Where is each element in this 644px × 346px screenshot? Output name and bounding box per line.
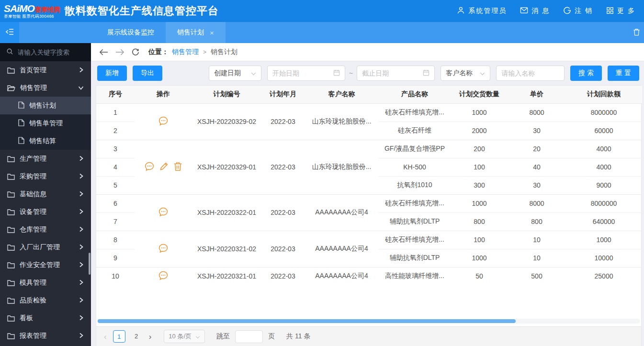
sidebar-item-看板[interactable]: 看板: [0, 309, 91, 327]
collapse-sidebar-button[interactable]: [0, 22, 19, 43]
cell-index: 6: [96, 194, 135, 212]
refresh-icon[interactable]: [132, 48, 139, 56]
close-all-tabs-button[interactable]: [633, 22, 640, 43]
date-type-select[interactable]: 创建日期: [209, 66, 261, 81]
reset-button[interactable]: 重 置: [608, 66, 639, 81]
sidebar-item-设备管理[interactable]: 设备管理: [0, 203, 91, 221]
comment-icon[interactable]: [158, 116, 169, 128]
comment-icon[interactable]: [158, 270, 169, 282]
folder-icon: [7, 156, 15, 162]
folder-icon: [7, 173, 15, 180]
next-page-button[interactable]: ›: [148, 333, 153, 341]
logo-text: SAiMO: [4, 3, 34, 13]
cell-customer: 山东玲珑轮胎股份...: [305, 103, 379, 140]
back-icon[interactable]: [99, 49, 108, 56]
cell-index: 1: [96, 103, 135, 122]
sidebar-item-仓库管理[interactable]: 仓库管理: [0, 221, 91, 238]
cell-qty: 1000: [451, 103, 508, 122]
cell-product: 辅助抗氧剂DLTP: [379, 249, 451, 267]
sidebar-item-采购管理[interactable]: 采购管理: [0, 167, 91, 185]
cell-customer: AAAAAAAA公司4: [305, 231, 379, 267]
logo-subtext: 赛摩智能 股票代码300466: [4, 14, 60, 19]
end-date-field[interactable]: [357, 66, 435, 81]
search-icon: [6, 48, 13, 56]
messages-button[interactable]: 消 息: [520, 7, 550, 15]
cell-price: 800: [508, 212, 565, 231]
sidebar-search-input[interactable]: [18, 49, 80, 56]
table-row[interactable]: 6XSJH-20220322-012022-03AAAAAAAA公司4硅灰石纤维…: [96, 194, 642, 212]
folder-icon: [7, 226, 15, 233]
sidebar-search[interactable]: [0, 43, 91, 61]
mail-icon: [520, 7, 528, 15]
breadcrumb-prefix: 位置：: [148, 48, 169, 56]
sidebar-item-生产管理[interactable]: 生产管理: [0, 150, 91, 167]
delete-icon[interactable]: [173, 161, 182, 173]
tab-展示线设备监控[interactable]: 展示线设备监控: [96, 22, 166, 43]
start-date-input[interactable]: [272, 69, 329, 77]
cell-qty: 1000: [451, 194, 508, 212]
cell-plan-no: XSJH-20220321-01: [192, 267, 261, 285]
page-number-2[interactable]: 2: [130, 330, 143, 343]
user-menu[interactable]: 系统管理员: [457, 6, 507, 16]
sidebar-item-作业安全管理[interactable]: 作业安全管理: [0, 256, 91, 274]
sidebar-item-销售管理[interactable]: 销售管理: [0, 79, 91, 97]
edit-icon[interactable]: [159, 161, 169, 173]
calendar-icon: [333, 69, 340, 78]
cell-index: 5: [96, 176, 135, 194]
page-title: 散料数智化生产线信息管控平台: [65, 4, 219, 18]
column-header-计划回款额: 计划回款额: [565, 86, 642, 103]
breadcrumb-parent-link[interactable]: 销售管理: [172, 48, 199, 56]
tab-label: 展示线设备监控: [107, 28, 154, 37]
table-row[interactable]: 8XSJH-20220321-022022-03AAAAAAAA公司4硅灰石纤维…: [96, 231, 642, 249]
page-size-select[interactable]: 10 条/页: [164, 330, 205, 343]
cell-product: 硅灰石纤维填充增...: [379, 103, 451, 122]
forward-icon[interactable]: [115, 49, 124, 56]
chevron-down-icon: [78, 84, 84, 92]
sidebar-item-模具管理[interactable]: 模具管理: [0, 274, 91, 291]
prev-page-button[interactable]: ‹: [103, 333, 108, 341]
tab-销售计划[interactable]: 销售计划×: [166, 22, 226, 43]
jump-page-input[interactable]: [235, 330, 263, 343]
sidebar-item-基础信息[interactable]: 基础信息: [0, 185, 91, 203]
add-button[interactable]: 新增: [97, 66, 127, 81]
cell-index: 3: [96, 140, 135, 158]
name-filter-field[interactable]: [496, 66, 565, 81]
more-button[interactable]: 更 多: [606, 7, 635, 16]
page-number-1[interactable]: 1: [113, 330, 125, 343]
end-date-input[interactable]: [362, 69, 419, 77]
trash-icon: [633, 28, 640, 37]
close-icon[interactable]: ×: [210, 29, 214, 36]
filter-field-select[interactable]: 客户名称: [441, 66, 490, 81]
sidebar-subitem-销售计划[interactable]: 销售计划: [0, 97, 91, 114]
comment-icon[interactable]: [158, 243, 169, 255]
sidebar-subitem-销售单管理[interactable]: 销售单管理: [0, 114, 91, 132]
name-filter-input[interactable]: [501, 69, 559, 77]
cell-product: 抗氧剂1010: [379, 176, 451, 194]
search-button[interactable]: 搜 索: [570, 66, 602, 81]
sales-plan-table-card: 序号操作计划编号计划年月客户名称产品名称计划交货数量单价计划回款额 1XSJH-…: [96, 85, 642, 346]
table-row[interactable]: 3XSJH-20220329-012022-03山东玲珑轮胎股份...GF/液晶…: [96, 140, 642, 158]
export-button[interactable]: 导出: [133, 66, 162, 81]
page-size-value: 10 条/页: [169, 332, 192, 341]
cell-qty: 200: [451, 140, 508, 158]
horizontal-scrollbar-track[interactable]: [97, 319, 640, 324]
cell-plan-no: XSJH-20220321-02: [192, 231, 261, 267]
start-date-field[interactable]: [267, 66, 345, 81]
logout-button[interactable]: 注 销: [563, 6, 593, 16]
table-row[interactable]: 1XSJH-20220329-022022-03山东玲珑轮胎股份...硅灰石纤维…: [96, 103, 642, 122]
sidebar-menu: 首页管理销售管理销售计划销售单管理销售结算生产管理采购管理基础信息设备管理仓库管…: [0, 61, 91, 346]
comment-icon[interactable]: [158, 207, 169, 219]
sidebar-item-报表管理[interactable]: 报表管理: [0, 327, 91, 345]
sidebar-item-品质检验[interactable]: 品质检验: [0, 291, 91, 309]
sidebar-scrollbar[interactable]: [89, 253, 90, 275]
sidebar-subitem-销售结算[interactable]: 销售结算: [0, 132, 91, 150]
comment-icon[interactable]: [144, 161, 155, 173]
brand-logo[interactable]: SAiMO 赛摩维腾 赛摩智能 股票代码300466: [4, 3, 60, 19]
sidebar-item-入厂出厂管理[interactable]: 入厂出厂管理: [0, 238, 91, 256]
sidebar-item-首页管理[interactable]: 首页管理: [0, 61, 91, 79]
content-area: 位置： 销售管理 > 销售计划 新增 导出 创建日期 ~: [91, 43, 644, 346]
open-tabs: 展示线设备监控销售计划×: [96, 22, 226, 43]
folder-icon: [7, 262, 15, 268]
table-row[interactable]: 10XSJH-20220321-012022-03AAAAAAAA公司4高性能玻…: [96, 267, 642, 285]
horizontal-scrollbar-thumb[interactable]: [98, 319, 516, 323]
